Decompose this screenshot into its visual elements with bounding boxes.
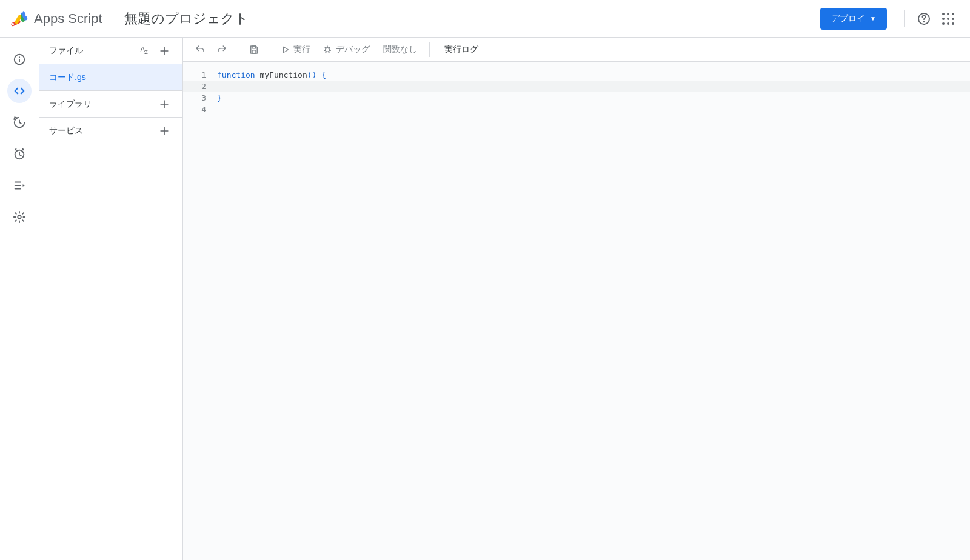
- execution-log-button[interactable]: 実行ログ: [436, 44, 487, 55]
- files-sidebar: ファイル AZ コード.gs ライブラリ サービス: [39, 38, 183, 560]
- toolbar-separator: [270, 42, 270, 57]
- logo-area[interactable]: Apps Script: [10, 9, 102, 28]
- libraries-section-label: ライブラリ: [49, 99, 156, 110]
- plus-icon: [158, 98, 170, 110]
- chevron-down-icon: ▼: [870, 15, 876, 22]
- code-line[interactable]: 2: [183, 81, 970, 92]
- editor-toolbar: 実行 デバッグ 関数なし 実行ログ: [183, 38, 970, 62]
- debug-icon: [323, 45, 332, 55]
- add-library-button[interactable]: [156, 96, 173, 113]
- services-section-header: サービス: [39, 118, 182, 144]
- undo-button[interactable]: [190, 40, 210, 59]
- svg-point-9: [923, 21, 925, 22]
- svg-point-7: [25, 14, 28, 16]
- history-icon: [13, 116, 26, 129]
- nav-overview[interactable]: [7, 47, 32, 72]
- project-title[interactable]: 無題のプロジェクト: [124, 10, 249, 28]
- svg-point-6: [21, 10, 23, 13]
- toolbar-separator: [493, 42, 493, 57]
- header-separator: [904, 10, 905, 27]
- code-editor[interactable]: 1function myFunction() {2 3}4: [183, 62, 970, 560]
- file-item[interactable]: コード.gs: [39, 64, 182, 91]
- code-line[interactable]: 1function myFunction() {: [183, 69, 970, 81]
- apps-script-logo-icon: [10, 9, 29, 28]
- deploy-button[interactable]: デプロイ ▼: [820, 8, 887, 30]
- nav-settings[interactable]: [7, 205, 32, 229]
- plus-icon: [158, 45, 170, 57]
- code-line[interactable]: 4: [183, 104, 970, 115]
- play-icon: [281, 45, 290, 54]
- svg-rect-16: [252, 50, 256, 53]
- run-button[interactable]: 実行: [276, 40, 315, 59]
- apps-grid-icon: [942, 13, 954, 25]
- svg-rect-1: [14, 14, 22, 24]
- app-header: Apps Script 無題のプロジェクト デプロイ ▼: [0, 0, 970, 38]
- gutter-line-number: 3: [183, 92, 217, 104]
- nav-triggers[interactable]: [7, 142, 32, 166]
- debug-label: デバッグ: [336, 44, 370, 55]
- gutter-line-number: 1: [183, 69, 217, 81]
- help-icon: [917, 12, 931, 26]
- add-file-button[interactable]: [156, 42, 173, 59]
- help-button[interactable]: [912, 7, 936, 31]
- code-icon: [13, 84, 26, 98]
- apps-launcher-button[interactable]: [936, 7, 960, 31]
- svg-point-5: [14, 13, 16, 16]
- run-label: 実行: [293, 44, 310, 55]
- save-button[interactable]: [244, 40, 264, 59]
- plus-icon: [158, 125, 170, 137]
- code-text: [217, 81, 227, 92]
- toolbar-separator: [429, 42, 430, 57]
- code-line[interactable]: 3}: [183, 92, 970, 104]
- main-area: 実行 デバッグ 関数なし 実行ログ 1function myFunction()…: [183, 38, 970, 560]
- debug-button[interactable]: デバッグ: [318, 40, 375, 59]
- nav-history[interactable]: [7, 110, 32, 135]
- file-name: コード.gs: [49, 72, 86, 83]
- save-icon: [249, 44, 259, 55]
- svg-point-4: [12, 23, 14, 25]
- function-selector[interactable]: 関数なし: [377, 44, 423, 55]
- svg-rect-12: [19, 59, 20, 62]
- redo-icon: [216, 44, 227, 55]
- libraries-section-header: ライブラリ: [39, 91, 182, 118]
- svg-point-11: [19, 56, 20, 58]
- deploy-label: デプロイ: [831, 13, 865, 24]
- add-service-button[interactable]: [156, 122, 173, 139]
- executions-icon: [13, 179, 26, 192]
- sort-files-button[interactable]: AZ: [135, 42, 152, 59]
- svg-rect-15: [252, 46, 255, 48]
- gutter-line-number: 4: [183, 104, 217, 115]
- sort-az-icon: AZ: [140, 45, 147, 55]
- code-text: }: [217, 92, 222, 104]
- gear-icon: [13, 210, 26, 224]
- nav-executions[interactable]: [7, 173, 32, 198]
- svg-point-14: [18, 215, 21, 219]
- code-text: function myFunction() {: [217, 69, 326, 81]
- product-name: Apps Script: [34, 11, 102, 27]
- undo-icon: [195, 44, 206, 55]
- toolbar-separator: [238, 42, 238, 57]
- nav-editor[interactable]: [7, 79, 32, 103]
- files-section-label: ファイル: [49, 45, 135, 56]
- services-section-label: サービス: [49, 125, 156, 136]
- clock-icon: [13, 147, 26, 161]
- redo-button[interactable]: [212, 40, 232, 59]
- left-nav-rail: [0, 38, 39, 560]
- files-section-header: ファイル AZ: [39, 38, 182, 64]
- info-icon: [13, 53, 26, 66]
- gutter-line-number: 2: [183, 81, 217, 92]
